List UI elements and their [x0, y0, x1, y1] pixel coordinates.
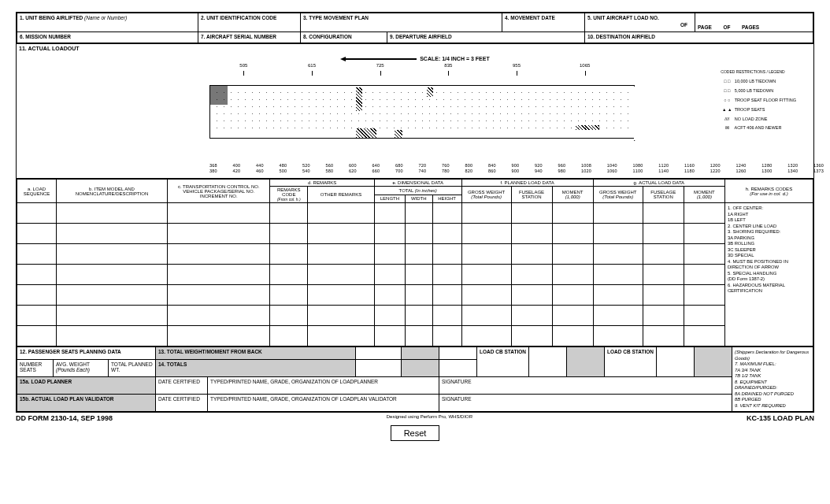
data-cell[interactable] — [17, 203, 57, 224]
data-cell[interactable] — [308, 326, 375, 346]
data-cell[interactable] — [643, 326, 684, 346]
data-cell[interactable] — [17, 326, 57, 346]
data-cell[interactable] — [552, 203, 593, 224]
data-cell[interactable] — [374, 306, 405, 326]
data-cell[interactable] — [308, 285, 375, 306]
data-cell[interactable] — [643, 244, 684, 265]
data-cell[interactable] — [374, 285, 405, 306]
typed-name-a[interactable]: TYPED/PRINTED NAME, GRADE, ORGANIZATION … — [208, 377, 439, 395]
field-12b[interactable]: AVG. WEIGHT(Pounds Each) — [54, 360, 109, 377]
data-cell[interactable] — [308, 244, 375, 265]
data-cell[interactable] — [56, 306, 167, 326]
data-cell[interactable] — [461, 244, 511, 265]
data-cell[interactable] — [432, 244, 461, 265]
date-cert-b[interactable]: DATE CERTIFIED — [156, 395, 208, 412]
data-cell[interactable] — [552, 244, 593, 265]
data-cell[interactable] — [552, 306, 593, 326]
field-1[interactable]: 1. UNIT BEING AIRLIFTED (Name or Number) — [17, 13, 198, 32]
data-cell[interactable] — [461, 224, 511, 244]
data-cell[interactable] — [684, 326, 724, 346]
data-cell[interactable] — [374, 224, 405, 244]
data-cell[interactable] — [552, 285, 593, 306]
data-cell[interactable] — [270, 326, 308, 346]
data-cell[interactable] — [56, 244, 167, 265]
data-cell[interactable] — [405, 244, 432, 265]
data-cell[interactable] — [461, 203, 511, 224]
data-cell[interactable] — [17, 285, 57, 306]
data-cell[interactable] — [511, 244, 552, 265]
data-cell[interactable] — [432, 203, 461, 224]
field-9[interactable]: 9. DEPARTURE AIRFIELD — [387, 32, 585, 43]
signature-b[interactable]: SIGNATURE — [439, 395, 732, 412]
data-cell[interactable] — [405, 326, 432, 346]
data-cell[interactable] — [643, 203, 684, 224]
field-5[interactable]: 5. UNIT AIRCRAFT LOAD NO.OF — [585, 13, 695, 32]
data-cell[interactable] — [17, 224, 57, 244]
data-cell[interactable] — [461, 265, 511, 285]
data-cell[interactable] — [593, 265, 643, 285]
field-7[interactable]: 7. AIRCRAFT SERIAL NUMBER — [198, 32, 301, 43]
data-cell[interactable] — [17, 306, 57, 326]
data-cell[interactable] — [684, 306, 724, 326]
field-10[interactable]: 10. DESTINATION AIRFIELD — [585, 32, 813, 43]
field-12c[interactable]: TOTAL PLANNED WT. — [109, 360, 156, 377]
data-cell[interactable] — [643, 265, 684, 285]
cell-f1-13[interactable] — [356, 347, 402, 360]
data-cell[interactable] — [17, 265, 57, 285]
data-cell[interactable] — [374, 265, 405, 285]
data-cell[interactable] — [168, 244, 270, 265]
typed-name-b[interactable]: TYPED/PRINTED NAME, GRADE, ORGANIZATION … — [208, 395, 439, 412]
data-cell[interactable] — [168, 326, 270, 346]
totals-gw[interactable] — [356, 360, 402, 377]
field-8[interactable]: 8. CONFIGURATION — [301, 32, 387, 43]
data-cell[interactable] — [432, 326, 461, 346]
data-cell[interactable] — [405, 285, 432, 306]
data-cell[interactable] — [432, 265, 461, 285]
data-cell[interactable] — [374, 203, 405, 224]
data-cell[interactable] — [405, 265, 432, 285]
data-cell[interactable] — [168, 285, 270, 306]
data-cell[interactable] — [270, 306, 308, 326]
data-cell[interactable] — [56, 265, 167, 285]
totals-moment[interactable] — [439, 360, 477, 377]
data-cell[interactable] — [461, 306, 511, 326]
data-cell[interactable] — [511, 265, 552, 285]
data-cell[interactable] — [643, 285, 684, 306]
field-2[interactable]: 2. UNIT IDENTIFICATION CODE — [198, 13, 301, 32]
data-cell[interactable] — [552, 224, 593, 244]
cell-f3-13[interactable] — [439, 347, 477, 360]
data-cell[interactable] — [56, 326, 167, 346]
data-cell[interactable] — [168, 224, 270, 244]
data-cell[interactable] — [308, 306, 375, 326]
data-cell[interactable] — [432, 285, 461, 306]
data-cell[interactable] — [511, 285, 552, 306]
data-cell[interactable] — [270, 224, 308, 244]
data-cell[interactable] — [511, 203, 552, 224]
data-cell[interactable] — [684, 285, 724, 306]
data-cell[interactable] — [374, 244, 405, 265]
data-cell[interactable] — [593, 326, 643, 346]
data-cell[interactable] — [552, 326, 593, 346]
data-cell[interactable] — [461, 285, 511, 306]
data-cell[interactable] — [17, 244, 57, 265]
data-cell[interactable] — [270, 203, 308, 224]
data-cell[interactable] — [374, 326, 405, 346]
signature-a[interactable]: SIGNATURE — [439, 377, 732, 395]
data-cell[interactable] — [270, 244, 308, 265]
data-cell[interactable] — [168, 265, 270, 285]
data-cell[interactable] — [270, 265, 308, 285]
data-cell[interactable] — [684, 244, 724, 265]
data-cell[interactable] — [684, 265, 724, 285]
data-cell[interactable] — [168, 203, 270, 224]
data-cell[interactable] — [405, 203, 432, 224]
data-cell[interactable] — [168, 306, 270, 326]
data-cell[interactable] — [643, 306, 684, 326]
field-3[interactable]: 3. TYPE MOVEMENT PLAN — [301, 13, 502, 32]
data-cell[interactable] — [511, 326, 552, 346]
data-cell[interactable] — [593, 285, 643, 306]
data-cell[interactable] — [56, 285, 167, 306]
data-cell[interactable] — [308, 224, 375, 244]
data-cell[interactable] — [511, 306, 552, 326]
data-cell[interactable] — [511, 224, 552, 244]
data-cell[interactable] — [643, 224, 684, 244]
